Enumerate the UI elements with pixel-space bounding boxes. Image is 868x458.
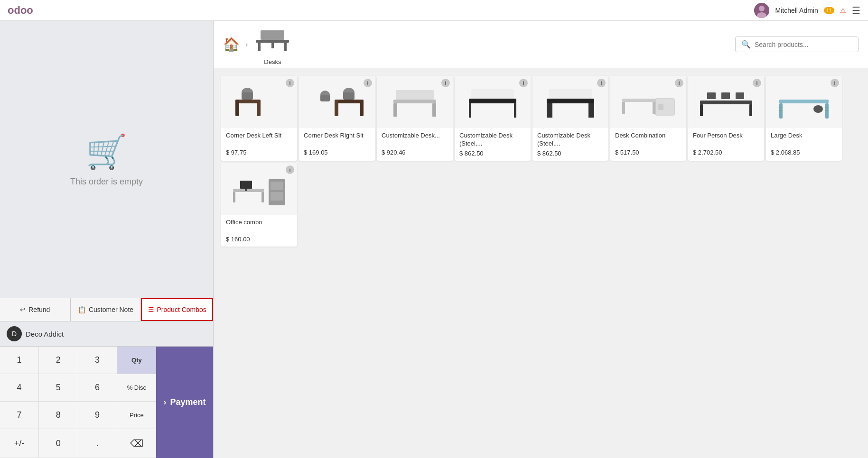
- info-badge-5[interactable]: i: [597, 79, 606, 87]
- payment-button[interactable]: › Payment: [156, 347, 213, 458]
- product-price-1: $ 97.75: [226, 149, 292, 156]
- product-name-7: Four Person Desk: [693, 132, 759, 147]
- product-name-2: Corner Desk Right Sit: [304, 132, 370, 147]
- svg-rect-7: [271, 40, 274, 48]
- numpad-qty[interactable]: Qty: [117, 347, 156, 374]
- product-info-2: Corner Desk Right Sit $ 169.05: [299, 128, 375, 160]
- info-badge-4[interactable]: i: [519, 79, 528, 87]
- bottom-row: 1 2 3 Qty 4 5 6 % Disc 7 8 9 Price: [0, 347, 213, 458]
- notification-badge[interactable]: 11: [824, 7, 834, 14]
- info-badge-9[interactable]: i: [286, 165, 294, 174]
- customer-initial: D: [12, 330, 17, 338]
- product-name-3: Customizable Desk...: [382, 132, 448, 147]
- svg-rect-37: [658, 104, 663, 110]
- svg-rect-13: [242, 92, 253, 100]
- numpad-9[interactable]: 9: [78, 402, 117, 429]
- product-card-9[interactable]: i Office combo $ 160.00: [221, 163, 297, 247]
- odoo-logo[interactable]: odoo: [8, 4, 33, 17]
- svg-rect-49: [779, 110, 783, 111]
- product-info-6: Desk Combination $ 517.50: [610, 128, 686, 160]
- svg-point-51: [813, 105, 823, 113]
- product-name-5: Customizable Desk (Steel,...: [537, 132, 604, 148]
- svg-rect-34: [622, 102, 625, 114]
- navbar: odoo Mitchell Admin 11 ⚠ ☰: [0, 0, 868, 21]
- svg-rect-39: [700, 104, 703, 116]
- numpad-4[interactable]: 4: [0, 374, 39, 402]
- user-name: Mitchell Admin: [775, 7, 818, 14]
- svg-rect-14: [337, 100, 361, 103]
- product-price-7: $ 2,702.50: [693, 149, 759, 156]
- menu-icon[interactable]: ☰: [852, 5, 860, 16]
- svg-rect-29: [547, 99, 594, 103]
- info-badge-8[interactable]: i: [831, 79, 839, 87]
- product-card-5[interactable]: i Customizable Desk (Steel,... $ 862.50: [532, 76, 608, 161]
- numpad-dot[interactable]: .: [78, 429, 117, 458]
- customer-note-button[interactable]: 📋 Customer Note: [71, 298, 141, 321]
- customer-info[interactable]: D Deco Addict: [0, 321, 213, 346]
- svg-rect-50: [825, 110, 829, 111]
- product-card-6[interactable]: i Desk Combination $ 517.50: [610, 76, 686, 161]
- customer-row: D Deco Addict: [0, 321, 213, 347]
- svg-rect-9: [257, 100, 261, 116]
- svg-rect-35: [653, 102, 655, 114]
- product-card-3[interactable]: i Customizable Desk... $ 920.46: [377, 76, 453, 161]
- search-input[interactable]: [755, 41, 852, 48]
- product-info-9: Office combo $ 160.00: [221, 215, 297, 247]
- svg-rect-48: [825, 107, 829, 108]
- product-price-3: $ 920.46: [382, 149, 448, 156]
- refund-button[interactable]: ↩ Refund: [0, 298, 71, 321]
- numpad-1[interactable]: 1: [0, 347, 39, 374]
- product-img-7: i: [688, 76, 764, 128]
- svg-rect-15: [335, 100, 338, 116]
- svg-rect-28: [471, 89, 514, 99]
- search-box[interactable]: 🔍: [735, 37, 859, 52]
- product-card-7[interactable]: i Four Person Desk $ 2,702.50: [688, 76, 764, 161]
- product-combos-button[interactable]: ☰ Product Combos: [141, 298, 213, 321]
- info-badge-6[interactable]: i: [675, 79, 683, 87]
- numpad-0[interactable]: 0: [39, 429, 78, 458]
- product-price-2: $ 169.05: [304, 149, 370, 156]
- numpad-2[interactable]: 2: [39, 347, 78, 374]
- payment-label: Payment: [170, 397, 205, 407]
- info-badge-2[interactable]: i: [364, 79, 372, 87]
- main-layout: 🛒 This order is empty ↩ Refund 📋 Custome…: [0, 21, 868, 458]
- svg-rect-18: [343, 92, 355, 100]
- product-combos-label: Product Combos: [157, 306, 206, 313]
- svg-rect-32: [549, 89, 592, 99]
- info-badge-1[interactable]: i: [286, 79, 294, 87]
- product-img-9: i: [221, 163, 297, 215]
- numpad-8[interactable]: 8: [39, 402, 78, 429]
- numpad-price[interactable]: Price: [117, 402, 156, 429]
- product-img-4: i: [455, 76, 531, 128]
- alert-icon: ⚠: [840, 7, 846, 14]
- svg-rect-22: [393, 103, 397, 117]
- product-card-4[interactable]: i Customizable Desk (Steel,... $ 862.50: [455, 76, 531, 161]
- product-card-1[interactable]: i Corner Desk Left Sit $ 97.75: [221, 76, 297, 161]
- numpad-plusminus[interactable]: +/-: [0, 429, 39, 458]
- numpad-7[interactable]: 7: [0, 402, 39, 429]
- svg-rect-40: [749, 104, 752, 116]
- product-card-2[interactable]: i Corner Desk Right Sit $ 169.05: [299, 76, 375, 161]
- info-badge-7[interactable]: i: [753, 79, 761, 87]
- nav-arrow: ›: [245, 40, 248, 49]
- product-name-1: Corner Desk Left Sit: [226, 132, 292, 147]
- numpad-5[interactable]: 5: [39, 374, 78, 402]
- product-info-4: Customizable Desk (Steel,... $ 862.50: [455, 128, 531, 161]
- numpad-6[interactable]: 6: [78, 374, 117, 402]
- info-badge-3[interactable]: i: [441, 79, 450, 87]
- svg-rect-47: [779, 107, 783, 108]
- customer-avatar: D: [7, 326, 22, 341]
- product-price-5: $ 862.50: [537, 150, 604, 157]
- customer-name: Deco Addict: [26, 330, 64, 338]
- home-icon[interactable]: 🏠: [223, 37, 240, 52]
- numpad-backspace[interactable]: ⌫: [117, 429, 156, 458]
- product-grid: i Corner Desk Left Sit $ 97.75: [214, 68, 868, 254]
- product-price-8: $ 2,068.85: [771, 149, 837, 156]
- product-img-6: i: [610, 76, 686, 128]
- numpad-disc[interactable]: % Disc: [117, 374, 156, 402]
- category-desks[interactable]: Desks: [253, 23, 291, 65]
- note-icon: 📋: [78, 306, 86, 313]
- numpad-3[interactable]: 3: [78, 347, 117, 374]
- product-card-8[interactable]: i Large Desk $ 2,068.85: [766, 76, 842, 161]
- svg-rect-25: [469, 99, 516, 103]
